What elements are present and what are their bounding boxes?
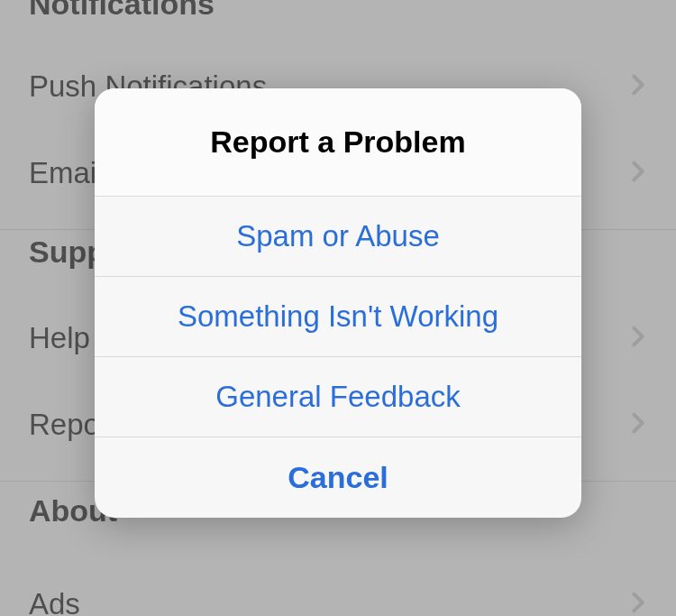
action-sheet-title: Report a Problem: [95, 88, 581, 197]
option-general-feedback[interactable]: General Feedback: [95, 357, 581, 437]
option-something-isnt-working[interactable]: Something Isn't Working: [95, 277, 581, 357]
report-problem-action-sheet: Report a Problem Spam or Abuse Something…: [95, 88, 581, 518]
option-spam-or-abuse[interactable]: Spam or Abuse: [95, 197, 581, 277]
cancel-button[interactable]: Cancel: [95, 437, 581, 518]
